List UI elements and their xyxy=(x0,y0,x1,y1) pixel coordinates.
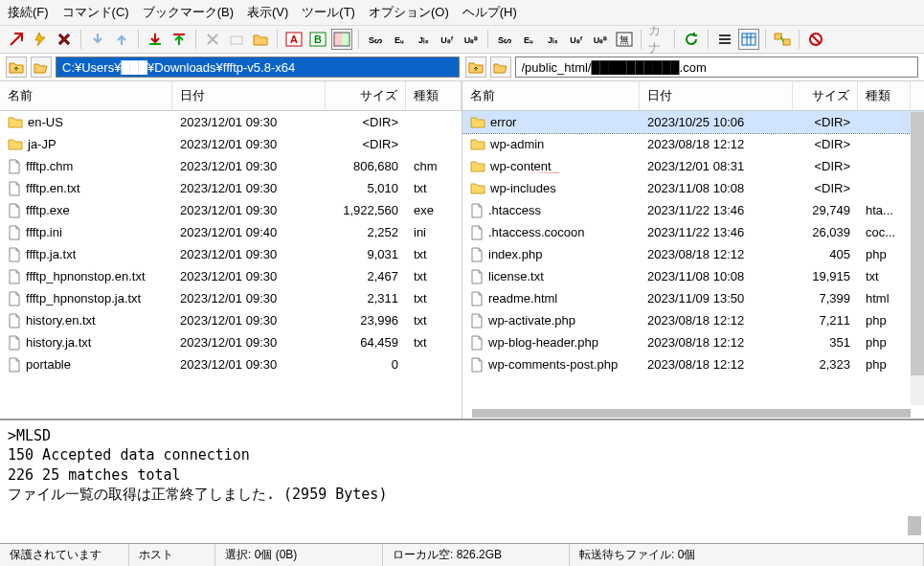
refresh-icon[interactable] xyxy=(681,29,702,50)
ascii-mode-icon[interactable]: A xyxy=(283,29,304,50)
file-row[interactable]: history.ja.txt2023/12/01 09:3064,459txt xyxy=(0,331,462,353)
file-icon xyxy=(8,247,21,262)
local-up-icon[interactable] xyxy=(6,57,27,78)
file-row[interactable]: wp-includes2023/11/08 10:08<DIR> xyxy=(462,177,924,199)
log-scrollbar[interactable] xyxy=(908,516,921,535)
euc-local-icon[interactable]: Eᵤ xyxy=(389,29,410,50)
file-row[interactable]: wp-blog-header.php2023/08/18 12:12351php xyxy=(462,331,924,353)
upload-icon[interactable] xyxy=(111,29,132,50)
menu-item[interactable]: 接続(F) xyxy=(8,4,49,21)
jis-local-icon[interactable]: Jᵢₛ xyxy=(413,29,434,50)
menu-item[interactable]: 表示(V) xyxy=(247,4,288,21)
folder-icon xyxy=(470,138,485,150)
utf8b-host-icon[interactable]: U₈ᴮ xyxy=(590,29,611,50)
local-header[interactable]: 名前日付サイズ種類 xyxy=(0,81,462,111)
file-icon xyxy=(8,181,21,196)
utf8b-local-icon[interactable]: U₈ᴮ xyxy=(461,29,482,50)
file-row[interactable]: ffftp.ini2023/12/01 09:402,252ini xyxy=(0,221,462,243)
folder-icon xyxy=(8,138,23,150)
status-security: 保護されています xyxy=(0,544,129,566)
file-row[interactable]: index.php2023/08/18 12:12405php xyxy=(462,243,924,265)
log-line: 226 25 matches total xyxy=(8,465,916,485)
menu-item[interactable]: コマンド(C) xyxy=(62,4,129,21)
file-icon xyxy=(8,269,21,284)
log-pane: >MLSD150 Accepted data connection226 25 … xyxy=(0,419,924,543)
remote-path-input[interactable] xyxy=(515,57,919,78)
svg-rect-0 xyxy=(149,43,161,45)
local-open-icon[interactable] xyxy=(31,57,52,78)
file-icon xyxy=(470,335,484,351)
file-row[interactable]: ffftp_hpnonstop.ja.txt2023/12/01 09:302,… xyxy=(0,287,462,309)
kana-icon[interactable]: カナ xyxy=(647,29,668,50)
file-row[interactable]: license.txt2023/11/08 10:0819,915txt xyxy=(462,265,924,287)
svg-rect-24 xyxy=(783,39,790,45)
abort-icon[interactable] xyxy=(805,29,826,50)
file-icon xyxy=(8,159,21,174)
file-icon xyxy=(8,225,21,240)
remote-up-icon[interactable] xyxy=(465,57,486,78)
remote-header[interactable]: 名前日付サイズ種類 xyxy=(462,81,924,111)
file-row[interactable]: wp-comments-post.php2023/08/18 12:122,32… xyxy=(462,353,924,375)
file-row[interactable]: ffftp_hpnonstop.en.txt2023/12/01 09:302,… xyxy=(0,265,462,287)
file-row[interactable]: ffftp.ja.txt2023/12/01 09:309,031txt xyxy=(0,243,462,265)
status-host: ホスト xyxy=(129,544,215,566)
svg-text:U₈ᶠ: U₈ᶠ xyxy=(570,35,583,45)
menu-bar: 接続(F)コマンド(C)ブックマーク(B)表示(V)ツール(T)オプション(O)… xyxy=(0,0,924,26)
file-row[interactable]: readme.html2023/11/09 13:507,399html xyxy=(462,287,924,309)
remote-open-icon[interactable] xyxy=(490,57,511,78)
download-icon[interactable] xyxy=(87,29,108,50)
utf8-local-icon[interactable]: U₈ᶠ xyxy=(437,29,458,50)
menu-item[interactable]: オプション(O) xyxy=(369,4,449,21)
file-row[interactable]: .htaccess2023/11/22 13:4629,749hta... xyxy=(462,199,924,221)
sync-icon[interactable] xyxy=(772,29,793,50)
folder-icon xyxy=(470,116,485,128)
svg-text:U₈ᶠ: U₈ᶠ xyxy=(440,35,454,45)
svg-text:Sᔕ: Sᔕ xyxy=(369,35,382,45)
menu-item[interactable]: ヘルプ(H) xyxy=(462,4,517,21)
file-row[interactable]: portable2023/12/01 09:300 xyxy=(0,353,462,375)
file-row[interactable]: wp-content2023/12/01 08:31<DIR> xyxy=(462,155,924,177)
file-row[interactable]: en-US2023/12/01 09:30<DIR> xyxy=(0,111,462,133)
svg-rect-2 xyxy=(231,36,242,44)
jis-host-icon[interactable]: Jᵢₛ xyxy=(542,29,563,50)
mirror-download-icon[interactable] xyxy=(145,29,166,50)
mkdir-icon[interactable] xyxy=(250,29,271,50)
detail-icon[interactable] xyxy=(738,29,759,50)
rename-icon[interactable] xyxy=(226,29,247,50)
delete-icon[interactable] xyxy=(202,29,223,50)
mirror-upload-icon[interactable] xyxy=(169,29,190,50)
svg-text:U₈ᴮ: U₈ᴮ xyxy=(464,35,479,45)
sjis-local-icon[interactable]: Sᔕ xyxy=(365,29,386,50)
file-row[interactable]: wp-activate.php2023/08/18 12:127,211php xyxy=(462,309,924,331)
file-row[interactable]: ffftp.chm2023/12/01 09:30806,680chm xyxy=(0,155,462,177)
menu-item[interactable]: ツール(T) xyxy=(302,4,355,21)
quick-connect-icon[interactable] xyxy=(30,29,51,50)
none-kanji-icon[interactable]: 無 xyxy=(614,29,635,50)
svg-text:Sᔕ: Sᔕ xyxy=(498,35,511,45)
file-row[interactable]: ffftp.exe2023/12/01 09:301,922,560exe xyxy=(0,199,462,221)
svg-text:Eᵤ: Eᵤ xyxy=(394,35,404,45)
list-icon[interactable] xyxy=(714,29,735,50)
auto-mode-icon[interactable] xyxy=(331,29,352,50)
file-row[interactable]: wp-admin2023/08/18 12:12<DIR> xyxy=(462,133,924,155)
file-row[interactable]: ffftp.en.txt2023/12/01 09:305,010txt xyxy=(0,177,462,199)
file-row[interactable]: .htaccess.cocoon2023/11/22 13:4626,039co… xyxy=(462,221,924,243)
file-row[interactable]: history.en.txt2023/12/01 09:3023,996txt xyxy=(0,309,462,331)
euc-host-icon[interactable]: Eᵤ xyxy=(518,29,539,50)
utf8-host-icon[interactable]: U₈ᶠ xyxy=(566,29,587,50)
path-bar xyxy=(0,54,924,80)
scrollbar-vertical[interactable] xyxy=(911,112,924,405)
disconnect-icon[interactable] xyxy=(54,29,75,50)
sjis-host-icon[interactable]: Sᔕ xyxy=(494,29,515,50)
local-pane: 名前日付サイズ種類 en-US2023/12/01 09:30<DIR>ja-J… xyxy=(0,81,462,419)
file-icon xyxy=(470,203,484,218)
file-row[interactable]: ja-JP2023/12/01 09:30<DIR> xyxy=(0,133,462,155)
file-icon xyxy=(470,357,484,373)
scrollbar-horizontal[interactable] xyxy=(472,409,911,418)
connect-icon[interactable] xyxy=(6,29,27,50)
binary-mode-icon[interactable]: B xyxy=(307,29,328,50)
file-row[interactable]: error2023/10/25 10:06<DIR> xyxy=(462,111,924,133)
menu-item[interactable]: ブックマーク(B) xyxy=(143,4,234,21)
local-path-input[interactable] xyxy=(56,57,460,78)
svg-text:U₈ᴮ: U₈ᴮ xyxy=(594,35,608,45)
